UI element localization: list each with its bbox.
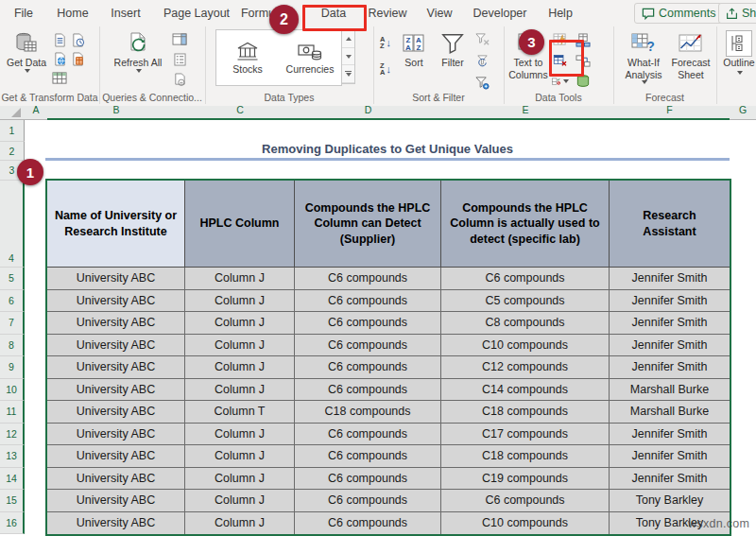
- table-cell[interactable]: University ABC: [47, 424, 185, 445]
- select-all-corner[interactable]: [0, 106, 25, 120]
- table-cell[interactable]: Column J: [185, 468, 295, 490]
- gallery-more-button[interactable]: [342, 65, 354, 83]
- column-header-f[interactable]: F: [610, 106, 730, 120]
- ribbon-tab[interactable]: Developer: [473, 0, 527, 26]
- table-cell[interactable]: C17 compounds: [441, 424, 610, 445]
- header-cell[interactable]: Research Assistant: [610, 181, 730, 267]
- table-cell[interactable]: Jennifer Smith: [610, 468, 730, 490]
- table-cell[interactable]: C6 compounds: [295, 312, 441, 334]
- table-cell[interactable]: Column J: [185, 335, 295, 356]
- table-cell[interactable]: University ABC: [47, 290, 185, 312]
- get-data-button[interactable]: Get Data: [6, 28, 47, 73]
- table-cell[interactable]: University ABC: [47, 268, 185, 289]
- table-cell[interactable]: Marshall Burke: [610, 401, 730, 423]
- table-cell[interactable]: C6 compounds: [295, 379, 441, 401]
- table-cell[interactable]: C10 compounds: [441, 335, 610, 356]
- table-cell[interactable]: C6 compounds: [295, 290, 441, 312]
- table-cell[interactable]: C6 compounds: [295, 356, 441, 378]
- ribbon-tab[interactable]: View: [427, 0, 453, 26]
- ribbon-tab[interactable]: Help: [548, 0, 573, 26]
- table-cell[interactable]: Jennifer Smith: [610, 268, 730, 289]
- row-header[interactable]: 14: [0, 468, 25, 491]
- table-cell[interactable]: Column J: [185, 268, 295, 289]
- row-header[interactable]: 12: [0, 424, 25, 446]
- table-cell[interactable]: Column J: [185, 290, 295, 312]
- table-cell[interactable]: C18 compounds: [441, 401, 610, 423]
- table-cell[interactable]: University ABC: [47, 468, 185, 490]
- column-header-c[interactable]: C: [185, 106, 295, 120]
- column-header-g[interactable]: G: [730, 106, 756, 120]
- table-cell[interactable]: C10 compounds: [441, 512, 610, 535]
- queries-connections-icon[interactable]: [171, 31, 188, 48]
- row-header[interactable]: 1: [0, 120, 25, 142]
- existing-connections-icon[interactable]: [69, 50, 86, 67]
- table-cell[interactable]: C12 compounds: [441, 356, 610, 378]
- gallery-up-button[interactable]: [342, 30, 354, 48]
- forecast-sheet-button[interactable]: Forecast Sheet: [668, 28, 713, 80]
- table-cell[interactable]: Tony Barkley: [610, 490, 730, 511]
- stocks-button[interactable]: Stocks: [216, 30, 279, 85]
- table-cell[interactable]: University ABC: [47, 512, 185, 535]
- properties-icon[interactable]: [171, 51, 188, 68]
- table-cell[interactable]: C6 compounds: [441, 268, 610, 289]
- ribbon-tab[interactable]: File: [14, 0, 33, 26]
- table-cell[interactable]: University ABC: [47, 379, 185, 401]
- row-header[interactable]: 2: [0, 142, 25, 161]
- table-cell[interactable]: C6 compounds: [295, 445, 441, 467]
- ribbon-tab[interactable]: Page Layout: [163, 0, 230, 26]
- table-cell[interactable]: Column J: [185, 424, 295, 445]
- table-cell[interactable]: C14 compounds: [441, 379, 610, 401]
- header-cell[interactable]: HPLC Column: [185, 181, 295, 267]
- table-cell[interactable]: C6 compounds: [295, 490, 441, 511]
- table-cell[interactable]: University ABC: [47, 312, 185, 334]
- ribbon-tab[interactable]: Review: [369, 0, 407, 26]
- from-table-range-icon[interactable]: [51, 69, 68, 86]
- row-header[interactable]: 5: [0, 268, 25, 290]
- table-cell[interactable]: C19 compounds: [441, 468, 610, 490]
- from-text-file-icon[interactable]: [51, 31, 68, 48]
- row-header[interactable]: 15: [0, 490, 25, 512]
- row-header[interactable]: 13: [0, 445, 25, 468]
- table-cell[interactable]: University ABC: [47, 490, 185, 511]
- table-cell[interactable]: C18 compounds: [295, 401, 441, 423]
- edit-links-icon[interactable]: [171, 71, 188, 88]
- table-cell[interactable]: C6 compounds: [295, 468, 441, 490]
- table-cell[interactable]: C6 compounds: [441, 490, 610, 511]
- table-cell[interactable]: Jennifer Smith: [610, 290, 730, 312]
- table-cell[interactable]: Column J: [185, 356, 295, 378]
- reapply-filter-icon[interactable]: [473, 53, 490, 70]
- table-cell[interactable]: Jennifer Smith: [610, 356, 730, 378]
- table-cell[interactable]: University ABC: [47, 445, 185, 467]
- table-cell[interactable]: Column J: [185, 312, 295, 334]
- header-cell[interactable]: Compounds the HPLC Column can Detect (Su…: [295, 181, 441, 267]
- table-cell[interactable]: C6 compounds: [295, 512, 441, 535]
- from-web-icon[interactable]: [51, 50, 68, 67]
- table-cell[interactable]: Jennifer Smith: [610, 445, 730, 467]
- table-cell[interactable]: Marshall Burke: [610, 379, 730, 401]
- table-cell[interactable]: Jennifer Smith: [610, 335, 730, 356]
- column-header-b[interactable]: B: [47, 106, 185, 120]
- table-cell[interactable]: C6 compounds: [295, 424, 441, 445]
- what-if-analysis-button[interactable]: ? What-If Analysis: [619, 28, 668, 84]
- gallery-down-button[interactable]: [342, 48, 354, 66]
- sort-descending-icon[interactable]: ZA↓: [377, 61, 394, 78]
- table-cell[interactable]: C6 compounds: [295, 268, 441, 289]
- recent-sources-icon[interactable]: [69, 31, 86, 48]
- table-cell[interactable]: Column J: [185, 379, 295, 401]
- table-cell[interactable]: C5 compounds: [441, 290, 610, 312]
- currencies-button[interactable]: Currencies: [279, 30, 341, 85]
- clear-filter-icon[interactable]: [473, 31, 490, 48]
- outline-button[interactable]: Outline: [722, 28, 756, 75]
- row-header[interactable]: 8: [0, 335, 25, 357]
- comments-button[interactable]: Comments: [634, 3, 723, 24]
- table-cell[interactable]: Jennifer Smith: [610, 424, 730, 445]
- column-header-e[interactable]: E: [441, 106, 610, 120]
- table-cell[interactable]: Column J: [185, 445, 295, 467]
- ribbon-tab[interactable]: Home: [57, 0, 88, 26]
- table-cell[interactable]: Column J: [185, 512, 295, 535]
- table-cell[interactable]: University ABC: [47, 401, 185, 423]
- table-cell[interactable]: University ABC: [47, 356, 185, 378]
- column-header-a[interactable]: A: [25, 106, 47, 120]
- sort-button[interactable]: ZAAZ Sort: [396, 28, 432, 69]
- row-header[interactable]: 11: [0, 401, 25, 424]
